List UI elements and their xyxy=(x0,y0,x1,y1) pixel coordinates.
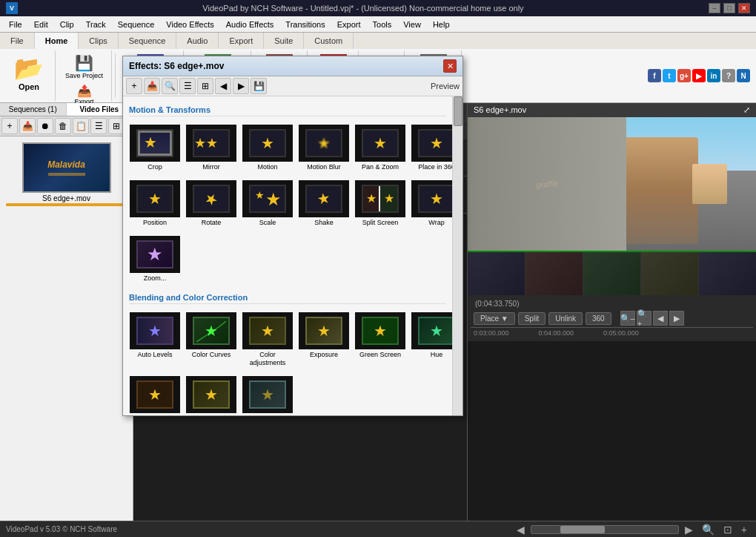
effect-color-adjustments[interactable]: ★ Color adjustments xyxy=(242,310,294,369)
ribbon-tab-clips[interactable]: Clips xyxy=(79,33,118,49)
save-project-button[interactable]: 💾 Save Project xyxy=(62,52,107,82)
scrollbar-thumb[interactable] xyxy=(454,96,462,126)
add-media-button[interactable]: + xyxy=(1,118,18,134)
effect-mirror[interactable]: ★ ★ Mirror xyxy=(185,122,237,174)
menu-video-effects[interactable]: Video Effects xyxy=(160,19,219,30)
zoom-in-button[interactable]: 🔍+ xyxy=(637,311,651,326)
effect-wrap[interactable]: ★ Wrap xyxy=(411,178,452,229)
effect-color-curves[interactable]: ★ Color Curves xyxy=(185,310,237,369)
menu-file[interactable]: File xyxy=(3,19,28,30)
menu-clip[interactable]: Clip xyxy=(54,19,80,30)
zoom-back-button[interactable]: ◀ xyxy=(653,311,668,326)
mirror-label: Mirror xyxy=(202,163,220,171)
record-button[interactable]: ⏺ xyxy=(37,118,53,134)
menu-track[interactable]: Track xyxy=(80,19,112,30)
googleplus-icon[interactable]: g+ xyxy=(677,69,691,82)
effect-crop[interactable]: ★ Crop xyxy=(129,122,181,174)
effect-exposure[interactable]: ★ Exposure xyxy=(298,310,350,369)
save-icon: 💾 xyxy=(75,54,93,72)
file-item-s6[interactable]: Malavida S6 edge+.mov xyxy=(3,139,130,209)
effects-add-button[interactable]: + xyxy=(126,78,142,94)
effect-hue[interactable]: ★ Hue xyxy=(411,310,452,369)
effects-toolbar: + 📥 🔍 ☰ ⊞ ◀ ▶ 💾 Preview xyxy=(123,76,462,96)
effect-shake[interactable]: ★ Shake xyxy=(298,178,350,229)
menu-help[interactable]: Help xyxy=(427,19,456,30)
green-screen-label: Green Screen xyxy=(359,351,401,359)
effect-motion[interactable]: ★ Motion xyxy=(242,122,294,174)
effect-split-screen[interactable]: ★ ★ Split Screen xyxy=(354,178,406,229)
ribbon-tab-file[interactable]: File xyxy=(0,33,35,49)
effect-scale[interactable]: ★ ★ Scale xyxy=(242,178,294,229)
effect-position[interactable]: ★ Position xyxy=(129,178,181,229)
effect-rotate[interactable]: ★ Rotate xyxy=(185,178,237,229)
motion-thumb: ★ xyxy=(242,125,293,162)
open-button[interactable]: 📂 Open xyxy=(7,52,50,93)
effect-pan-zoom[interactable]: ★ Pan & Zoom xyxy=(354,122,406,174)
effect-temperature[interactable]: ★ Temperature xyxy=(185,374,237,415)
export-icon: 📤 xyxy=(77,84,92,98)
menu-view[interactable]: View xyxy=(397,19,427,30)
place-button[interactable]: Place ▼ xyxy=(474,312,515,325)
delete-media-button[interactable]: 🗑 xyxy=(55,118,71,134)
effect-zoom[interactable]: ★ Zoom... xyxy=(129,234,181,285)
effect-saturation[interactable]: ★ Saturation xyxy=(129,374,181,415)
scale-star-large: ★ xyxy=(265,189,282,210)
timeline-scrollbar[interactable] xyxy=(531,525,679,534)
menu-audio-effects[interactable]: Audio Effects xyxy=(220,19,280,30)
effects-next-button[interactable]: ▶ xyxy=(233,78,249,94)
effects-search-button[interactable]: 🔍 xyxy=(162,78,178,94)
youtube-icon[interactable]: ▶ xyxy=(692,69,706,82)
effect-auto-levels[interactable]: ★ Auto Levels xyxy=(129,310,181,369)
left-panel: Sequences (1) Video Files + 📥 ⏺ 🗑 📋 ☰ ⊞ … xyxy=(0,103,133,537)
ribbon-tab-home[interactable]: Home xyxy=(35,33,79,49)
zoom-reset-button[interactable]: ⊡ xyxy=(720,524,735,536)
properties-button[interactable]: 📋 xyxy=(73,118,89,134)
linkedin-icon[interactable]: in xyxy=(707,69,720,82)
ribbon-tab-suite[interactable]: Suite xyxy=(264,33,304,49)
help-icon[interactable]: ? xyxy=(722,69,735,82)
menu-export[interactable]: Export xyxy=(331,19,367,30)
close-button[interactable]: ✕ xyxy=(738,3,750,13)
menu-sequence[interactable]: Sequence xyxy=(112,19,161,30)
effects-prev-button[interactable]: ◀ xyxy=(215,78,231,94)
timeline-scroll-left[interactable]: ◀ xyxy=(514,524,528,536)
menu-edit[interactable]: Edit xyxy=(28,19,54,30)
timeline-scroll-right[interactable]: ▶ xyxy=(682,524,696,536)
effects-list-button[interactable]: ☰ xyxy=(179,78,196,94)
zoom-out-button[interactable]: 🔍– xyxy=(620,311,635,326)
ribbon-tab-export[interactable]: Export xyxy=(219,33,264,49)
360-button[interactable]: 360 xyxy=(586,312,611,325)
timeline-zoom-out[interactable]: 🔍 xyxy=(699,524,717,536)
unlink-button[interactable]: Unlink xyxy=(548,312,583,325)
effect-place-360[interactable]: ★ Place in 360 xyxy=(411,122,452,174)
effects-save-button[interactable]: 💾 xyxy=(251,78,267,94)
effects-import-button[interactable]: 📥 xyxy=(144,78,160,94)
effects-grid-button[interactable]: ⊞ xyxy=(197,78,213,94)
sequences-tab[interactable]: Sequences (1) xyxy=(0,103,67,116)
timeline-zoom-in[interactable]: + xyxy=(738,524,750,536)
twitter-icon[interactable]: t xyxy=(663,69,676,82)
ribbon-tab-sequence[interactable]: Sequence xyxy=(119,33,177,49)
title-bar: V VideoPad by NCH Software - Untitled.vp… xyxy=(0,0,756,16)
preview-expand-button[interactable]: ⤢ xyxy=(743,105,750,115)
minimize-button[interactable]: – xyxy=(709,3,720,13)
ribbon-tab-custom[interactable]: Custom xyxy=(304,33,354,49)
import-button[interactable]: 📥 xyxy=(19,118,36,134)
ribbon-tab-audio[interactable]: Audio xyxy=(176,33,219,49)
split-star-2: ★ xyxy=(384,191,394,205)
split-button[interactable]: Split xyxy=(518,312,546,325)
menu-transitions[interactable]: Transitions xyxy=(279,19,331,30)
effect-motion-blur[interactable]: ★ Motion Blur xyxy=(298,122,350,174)
facebook-icon[interactable]: f xyxy=(648,69,661,82)
effect-green-screen[interactable]: ★ Green Screen xyxy=(354,310,406,369)
list-view-button[interactable]: ☰ xyxy=(90,118,107,134)
effects-close-button[interactable]: ✕ xyxy=(443,59,457,73)
effect-transparency[interactable]: ★ Transparency xyxy=(242,374,294,415)
nch-web-icon[interactable]: N xyxy=(737,69,750,82)
maximize-button[interactable]: □ xyxy=(723,3,735,13)
effects-scrollbar[interactable] xyxy=(452,96,462,415)
zoom-fwd-button[interactable]: ▶ xyxy=(669,311,684,326)
ribbon-tabs: File Home Clips Sequence Audio Export Su… xyxy=(0,33,756,49)
preview-ruler: 0:03:00.000 0:04:00.000 0:05:00.000 xyxy=(471,327,753,338)
menu-tools[interactable]: Tools xyxy=(367,19,398,30)
